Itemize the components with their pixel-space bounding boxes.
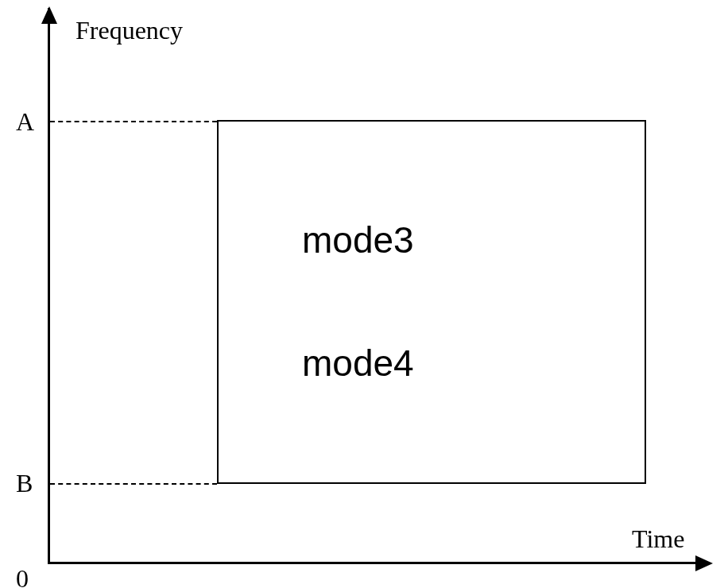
diagram-container: Frequency Time 0 A B mode3 mode4 [48,8,707,580]
x-axis-line [48,562,699,564]
mode4-label: mode4 [302,342,414,385]
x-axis-arrow-icon [695,555,713,571]
y-axis-line [48,8,50,564]
dashed-reference-line-b [50,483,217,485]
y-axis-label: Frequency [76,16,183,45]
y-axis-arrow-icon [41,6,57,24]
dashed-reference-line-a [50,121,217,122]
resource-block-box [217,120,646,484]
y-tick-b-label: B [16,469,33,498]
mode3-label: mode3 [302,219,414,261]
origin-label: 0 [16,564,29,588]
y-tick-a-label: A [16,107,34,137]
x-axis-label: Time [632,524,684,554]
